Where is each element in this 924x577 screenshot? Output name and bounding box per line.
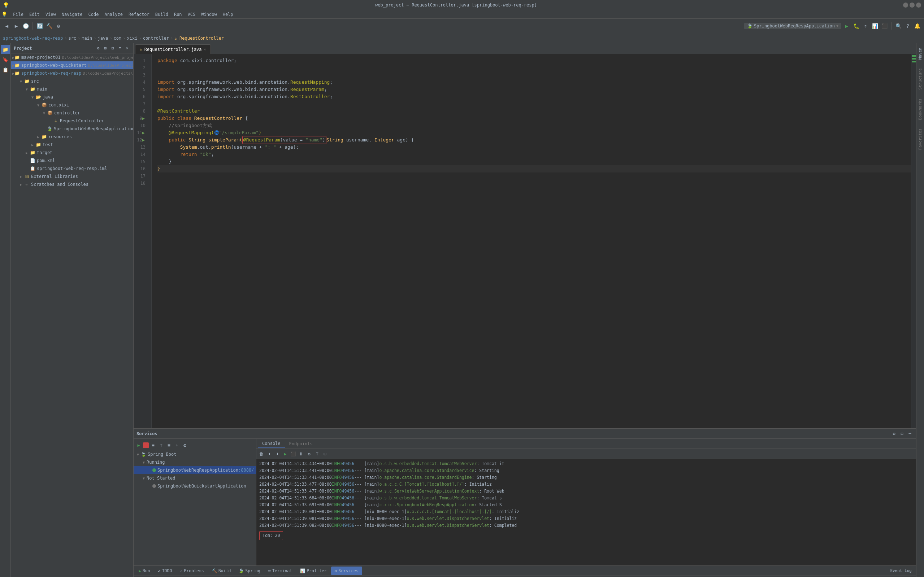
menu-item-refactor[interactable]: Refactor: [126, 11, 152, 18]
breadcrumb-xixi[interactable]: xixi: [127, 36, 137, 41]
console-scroll-end[interactable]: ⬇: [274, 450, 281, 458]
favorites-tab[interactable]: Favorites: [917, 126, 923, 153]
run-config-dropdown[interactable]: ▼: [836, 24, 838, 28]
console-clear-btn[interactable]: 🗑: [258, 450, 265, 458]
notifications-button[interactable]: 🔔: [913, 22, 921, 30]
tree-item-req-resp[interactable]: ▶ 📁 springboot-web-req-resp D:\code\Idea…: [11, 69, 133, 77]
svc-expand-btn[interactable]: ⊞: [165, 442, 173, 449]
menu-item-run[interactable]: Run: [171, 11, 185, 18]
project-icon-btn[interactable]: 📁: [1, 45, 10, 54]
notification-icon-btn[interactable]: 📋: [1, 65, 10, 74]
menu-item-edit[interactable]: Edit: [26, 11, 43, 18]
breadcrumb-controller[interactable]: controller: [143, 36, 169, 41]
collapse-icon[interactable]: ⊟: [110, 45, 116, 52]
menu-item-window[interactable]: Window: [198, 11, 220, 18]
code-content[interactable]: package com.xixi.controller; import org.…: [152, 54, 911, 428]
tree-item-requestcontroller[interactable]: ☕ RequestController: [11, 117, 133, 125]
window-controls[interactable]: ─ □ ✕: [903, 3, 921, 8]
recent-files-button[interactable]: 🕐: [22, 22, 30, 30]
bookmark-icon-btn[interactable]: 🔖: [1, 55, 10, 64]
tree-item-maven[interactable]: ▶ 📁 maven-project01 D:\code\IdeaProjects…: [11, 53, 133, 61]
minimize-panel-icon[interactable]: ─: [907, 430, 913, 437]
tree-item-pomxml[interactable]: 📄 pom.xml: [11, 156, 133, 164]
menu-item-vcs[interactable]: VCS: [185, 11, 199, 18]
svc-sort-btn[interactable]: ≡: [150, 442, 157, 449]
tree-item-controller[interactable]: ▼ 📦 controller: [11, 109, 133, 117]
menu-item-help[interactable]: Help: [220, 11, 236, 18]
tree-item-iml[interactable]: 📋 springboot-web-req-resp.iml: [11, 164, 133, 172]
tab-run[interactable]: ▶ Run: [135, 567, 154, 575]
back-button[interactable]: ◀: [3, 22, 11, 30]
bookmarks-tab[interactable]: Bookmarks: [917, 96, 923, 123]
tab-profiler[interactable]: 📊 Profiler: [296, 567, 330, 575]
settings-panel-icon[interactable]: ⚙: [891, 430, 897, 437]
menu-item-navigate[interactable]: Navigate: [59, 11, 86, 18]
build-button[interactable]: 🔨: [45, 22, 53, 30]
maven-tab[interactable]: Maven: [917, 45, 923, 63]
menu-item-build[interactable]: Build: [152, 11, 171, 18]
tree-item-mainapp[interactable]: 🍃 SpringbootWebReqRespApplication: [11, 125, 133, 133]
svc-stop-btn[interactable]: [143, 442, 149, 448]
svc-app-notstarted[interactable]: SpringbootWebQuickstartApplication: [134, 482, 256, 490]
settings-button[interactable]: ⚙: [55, 22, 63, 30]
menu-item-file[interactable]: File: [10, 11, 26, 18]
tree-item-target[interactable]: ▶ 📁 target: [11, 149, 133, 156]
gear-icon[interactable]: ⚙: [95, 45, 102, 52]
run-button[interactable]: ▶: [843, 22, 851, 30]
tree-item-comxixi[interactable]: ▼ 📦 com.xixi: [11, 101, 133, 109]
breadcrumb-springboot[interactable]: springboot-web-req-resp: [3, 36, 63, 41]
tab-problems[interactable]: ⚠ Problems: [176, 567, 207, 575]
search-button[interactable]: 🔍: [894, 22, 902, 30]
tree-item-resources[interactable]: ▶ 📁 resources: [11, 133, 133, 141]
tab-requestcontroller[interactable]: ☕ RequestController.java ✕: [135, 44, 211, 54]
gutter-mark-3[interactable]: [912, 61, 916, 63]
svc-springboot[interactable]: ▼ 🍃 Spring Boot: [134, 450, 256, 458]
close-panel-icon[interactable]: ✕: [124, 45, 130, 52]
help-button[interactable]: ?: [904, 22, 912, 30]
tab-build[interactable]: 🔨 Build: [208, 567, 235, 575]
stop-button[interactable]: ⬛: [880, 22, 888, 30]
gutter-mark-1[interactable]: [912, 55, 916, 56]
svc-app-running[interactable]: SpringbootWebReqRespApplication :8080/: [134, 466, 256, 474]
run-config-selector[interactable]: 🍃 SpringbootWebReqRespApplication ▼: [744, 23, 841, 29]
maximize-button[interactable]: □: [909, 3, 914, 8]
breadcrumb-java[interactable]: java: [97, 36, 108, 41]
tree-item-java[interactable]: ▼ 📂 java: [11, 93, 133, 101]
tab-terminal[interactable]: ⌨ Terminal: [265, 567, 296, 575]
minimize-button[interactable]: ─: [903, 3, 908, 8]
menu-item-analyze[interactable]: Analyze: [102, 11, 126, 18]
breadcrumb-com[interactable]: com: [114, 36, 122, 41]
expand-panel-icon[interactable]: ⊞: [899, 430, 905, 437]
close-button[interactable]: ✕: [916, 3, 921, 8]
tab-console[interactable]: Console: [258, 440, 285, 448]
coverage-button[interactable]: ☂: [861, 22, 869, 30]
breadcrumb-main[interactable]: main: [82, 36, 92, 41]
forward-button[interactable]: ▶: [12, 22, 20, 30]
structure-tab[interactable]: Structure: [917, 65, 923, 93]
svc-run-btn[interactable]: ▶: [135, 442, 142, 449]
refresh-button[interactable]: 🔄: [36, 22, 44, 30]
tab-close-button[interactable]: ✕: [204, 47, 206, 51]
console-stop-btn[interactable]: ⬛: [289, 450, 297, 458]
debug-button[interactable]: 🐛: [852, 22, 860, 30]
tree-item-scratches[interactable]: ▶ ✏ Scratches and Consoles: [11, 181, 133, 189]
menu-item-view[interactable]: View: [43, 11, 59, 18]
event-log-link[interactable]: Event Log: [890, 568, 914, 573]
breadcrumb-requestcontroller[interactable]: ☕ RequestController: [174, 36, 224, 41]
tree-item-main[interactable]: ▼ 📁 main: [11, 85, 133, 93]
console-settings-btn[interactable]: ⚙: [305, 450, 313, 458]
svc-filter-btn[interactable]: ⊤: [157, 442, 165, 449]
console-scroll-top[interactable]: ⬆: [266, 450, 273, 458]
tree-item-test[interactable]: ▶ 📁 test: [11, 141, 133, 149]
settings-icon[interactable]: ≡: [116, 45, 123, 52]
console-run-btn[interactable]: ▶: [282, 450, 289, 458]
breadcrumb-src[interactable]: src: [68, 36, 76, 41]
console-filter-btn[interactable]: ⊤: [313, 450, 321, 458]
profile-button[interactable]: 📊: [871, 22, 879, 30]
gutter-mark-2[interactable]: [912, 58, 916, 60]
console-expand-btn[interactable]: ⊞: [321, 450, 329, 458]
tab-endpoints[interactable]: Endpoints: [285, 440, 317, 448]
tab-services[interactable]: ⚙ Services: [331, 567, 362, 575]
tab-todo[interactable]: ✔ TODO: [155, 567, 176, 575]
svc-settings-btn[interactable]: ⚙: [181, 442, 189, 449]
